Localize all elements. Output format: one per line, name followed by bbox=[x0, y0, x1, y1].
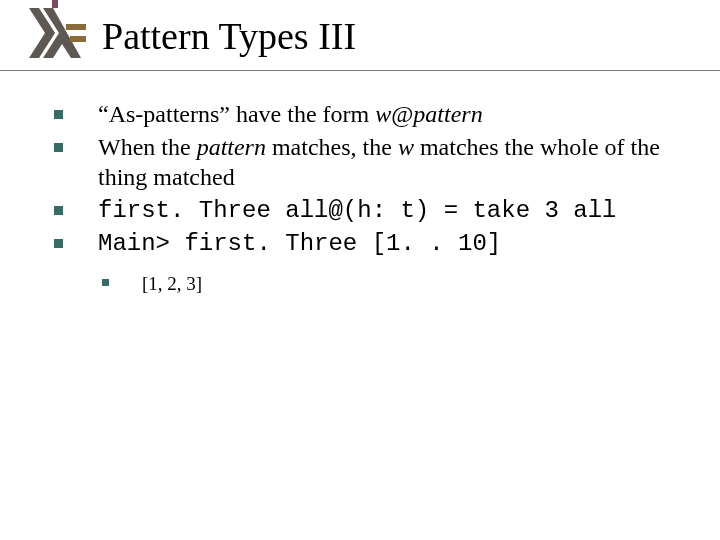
bullet-text-code: first. Three all@(h: t) = take 3 all bbox=[98, 196, 690, 225]
list-item: “As-patterns” have the form w@pattern bbox=[50, 100, 690, 129]
slide-title: Pattern Types III bbox=[102, 14, 356, 58]
bullet-icon bbox=[50, 229, 98, 248]
bullet-text: “As-patterns” have the form w@pattern bbox=[98, 100, 690, 129]
list-item: first. Three all@(h: t) = take 3 all bbox=[50, 196, 690, 225]
bullet-icon bbox=[50, 133, 98, 152]
list-item: When the pattern matches, the w matches … bbox=[50, 133, 690, 192]
haskell-logo-icon bbox=[22, 0, 88, 66]
svg-rect-3 bbox=[70, 36, 86, 42]
svg-rect-2 bbox=[66, 24, 86, 30]
slide-body: “As-patterns” have the form w@pattern Wh… bbox=[50, 100, 690, 300]
svg-rect-4 bbox=[52, 0, 58, 8]
title-underline bbox=[0, 70, 720, 71]
sub-bullet-text: [1, 2, 3] bbox=[142, 272, 690, 295]
list-item: Main> first. Three [1. . 10] bbox=[50, 229, 690, 258]
bullet-icon bbox=[50, 100, 98, 119]
sub-list-item: [1, 2, 3] bbox=[98, 272, 690, 295]
bullet-icon bbox=[50, 196, 98, 215]
bullet-text-code: Main> first. Three [1. . 10] bbox=[98, 229, 690, 258]
bullet-text: When the pattern matches, the w matches … bbox=[98, 133, 690, 192]
bullet-icon bbox=[98, 272, 142, 286]
